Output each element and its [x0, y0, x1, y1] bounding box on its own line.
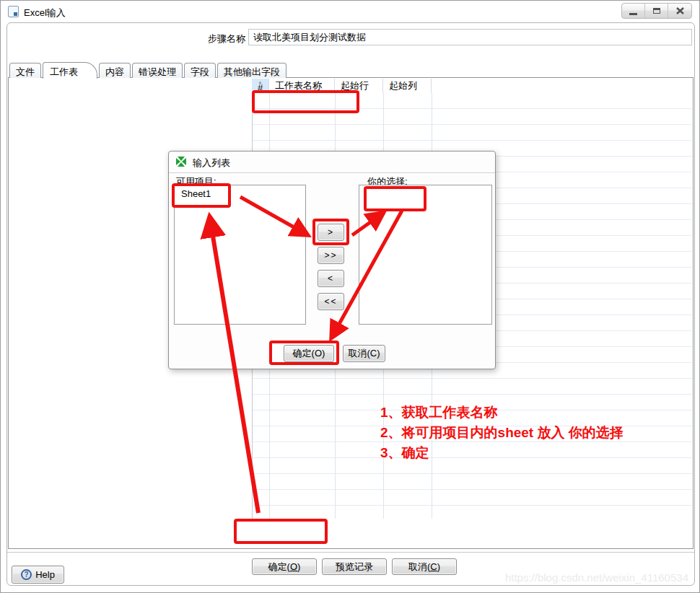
your-selection-list[interactable]	[359, 185, 492, 325]
move-left-button[interactable]: <	[318, 270, 344, 287]
help-icon: ?	[21, 569, 32, 580]
step-name-input[interactable]	[248, 29, 692, 45]
preview-rows-button[interactable]: 预览记录	[322, 558, 387, 575]
dialog-ok-button[interactable]: 确定(O)	[284, 345, 334, 362]
tab-worksheets[interactable]: 工作表	[43, 62, 97, 79]
input-list-dialog-icon	[175, 156, 187, 167]
annotation-step-3: 3、确定	[380, 444, 429, 462]
footer-separator	[7, 552, 694, 553]
annotation-step-1: 1、获取工作表名称	[380, 403, 498, 422]
watermark: https://blog.csdn.net/weixin_41160534	[505, 571, 688, 584]
column-header-hash[interactable]: ▲ #	[252, 79, 269, 93]
window-title: Excel输入	[24, 6, 66, 19]
column-header-start-col[interactable]: 起始列	[383, 79, 432, 93]
dialog-cancel-button[interactable]: 取消(C)	[343, 345, 385, 362]
maximize-button[interactable]	[645, 4, 668, 18]
maximize-icon	[653, 8, 660, 14]
move-all-left-button[interactable]: <<	[318, 293, 344, 310]
excel-input-icon	[8, 6, 19, 17]
excel-input-window: { "window": { "title": "Excel输入" }, "ste…	[0, 0, 700, 593]
step-name-label: 步骤名称	[208, 32, 245, 45]
dialog-title-separator	[169, 172, 495, 173]
cancel-button[interactable]: 取消(C)	[392, 558, 457, 575]
column-header-start-row[interactable]: 起始行	[335, 79, 383, 93]
help-button[interactable]: ? Help	[12, 566, 64, 584]
tab-error-handling[interactable]: 错误处理	[132, 63, 183, 78]
close-icon	[676, 7, 684, 14]
tab-fields[interactable]: 字段	[184, 63, 216, 78]
column-header-filler	[432, 79, 692, 93]
tab-other-output-fields[interactable]: 其他输出字段	[217, 63, 286, 78]
table-header: ▲ # 工作表名称 起始行 起始列	[252, 79, 692, 93]
available-items-list[interactable]: Sheet1	[174, 185, 306, 325]
close-button[interactable]	[668, 4, 691, 18]
minimize-icon	[629, 13, 637, 15]
dialog-title: 输入列表	[193, 157, 230, 170]
minimize-button[interactable]	[622, 4, 645, 18]
annotation-step-2: 2、将可用项目内的sheet 放入 你的选择	[380, 423, 624, 442]
move-all-right-button[interactable]: >>	[318, 247, 344, 264]
tab-file[interactable]: 文件	[9, 63, 41, 78]
main-window-controls	[621, 3, 692, 19]
list-item-sheet1[interactable]: Sheet1	[175, 185, 305, 199]
move-right-button[interactable]: >	[318, 224, 344, 241]
ok-button[interactable]: 确定(O)	[252, 558, 317, 575]
main-titlebar: Excel输入	[1, 1, 699, 22]
column-header-sheet-name[interactable]: 工作表名称	[269, 79, 335, 93]
tab-bar: 文件 工作表 内容 错误处理 字段 其他输出字段	[9, 61, 288, 78]
tab-content[interactable]: 内容	[99, 63, 131, 78]
